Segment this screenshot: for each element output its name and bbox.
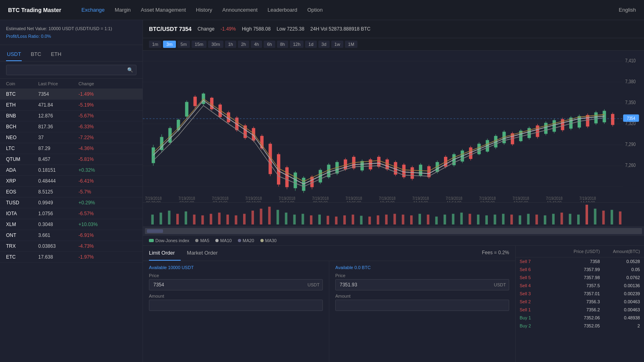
svg-rect-202 bbox=[535, 215, 538, 225]
svg-rect-118 bbox=[611, 114, 614, 125]
buy-label: Buy 2 bbox=[520, 323, 560, 328]
tab-limit-order[interactable]: Limit Order bbox=[149, 246, 181, 261]
ma-color-indicator bbox=[195, 239, 198, 242]
time-btn-12h[interactable]: 12h bbox=[290, 41, 303, 48]
coin-price: 0.48444 bbox=[38, 178, 78, 184]
coin-row-bch[interactable]: BCH817.36-6.33% bbox=[0, 121, 142, 132]
coin-table-header: Coin Last Price Change bbox=[0, 79, 142, 89]
tab-market-order[interactable]: Market Order bbox=[187, 246, 224, 261]
time-btn-4h[interactable]: 4h bbox=[251, 41, 262, 48]
coin-name: ONT bbox=[6, 232, 38, 238]
svg-rect-199 bbox=[510, 215, 513, 225]
search-input[interactable] bbox=[6, 65, 136, 75]
coin-row-qtum[interactable]: QTUM8.457-5.81% bbox=[0, 154, 142, 165]
sell-amount-input[interactable] bbox=[335, 300, 509, 311]
coin-tab-usdt[interactable]: USDT bbox=[6, 49, 22, 61]
ma-legend-item-ma20: MA20 bbox=[238, 238, 254, 243]
coin-change: -4.73% bbox=[78, 243, 119, 249]
sell-order-row[interactable]: Sell 27356.30.00463 bbox=[516, 298, 644, 306]
buy-price: 7352.05 bbox=[560, 323, 600, 328]
sell-order-row[interactable]: Sell 57357.980.0762 bbox=[516, 274, 644, 282]
time-btn-1w[interactable]: 1w bbox=[331, 41, 343, 48]
time-btn-15m[interactable]: 15m bbox=[192, 41, 206, 48]
coin-row-eos[interactable]: EOS8.5125-5.7% bbox=[0, 187, 142, 197]
coin-change: -6.57% bbox=[78, 211, 119, 216]
time-btn-6h[interactable]: 6h bbox=[264, 41, 275, 48]
sell-price-group: Price USDT bbox=[335, 273, 509, 290]
nav-item-asset-management[interactable]: Asset Management bbox=[141, 7, 186, 13]
svg-rect-193 bbox=[460, 213, 463, 225]
coin-row-btc[interactable]: BTC7354-1.49% bbox=[0, 89, 142, 100]
sell-order-row[interactable]: Sell 773580.0528 bbox=[516, 257, 644, 265]
coin-name: TUSD bbox=[6, 200, 38, 206]
scrollbar-handle[interactable] bbox=[147, 229, 163, 233]
coin-row-ada[interactable]: ADA0.18151+0.32% bbox=[0, 165, 142, 176]
sell-price-input[interactable] bbox=[335, 279, 509, 290]
buy-price-input[interactable] bbox=[149, 279, 323, 290]
coin-change: -5.81% bbox=[78, 156, 119, 162]
nav-item-leaderboard[interactable]: Leaderboard bbox=[268, 7, 297, 13]
time-btn-1d[interactable]: 1d bbox=[305, 41, 316, 48]
time-btn-30m[interactable]: 30m bbox=[208, 41, 223, 48]
time-btn-2h[interactable]: 2h bbox=[238, 41, 249, 48]
coin-tab-btc[interactable]: BTC bbox=[30, 49, 42, 61]
nav-item-history[interactable]: History bbox=[196, 7, 212, 13]
coin-name: QTUM bbox=[6, 156, 38, 162]
ma-color-indicator bbox=[149, 239, 154, 242]
chart-scrollbar[interactable] bbox=[143, 226, 644, 235]
buy-amount-input[interactable] bbox=[149, 300, 323, 311]
nav-item-announcement[interactable]: Announcement bbox=[222, 7, 257, 13]
time-btn-1h[interactable]: 1h bbox=[225, 41, 236, 48]
coin-currency-tabs: USDTBTCETH bbox=[0, 45, 142, 62]
coin-row-xlm[interactable]: XLM0.3048+10.03% bbox=[0, 219, 142, 230]
buy-available: Available 10000 USDT bbox=[149, 265, 323, 270]
coin-tab-eth[interactable]: ETH bbox=[50, 49, 62, 61]
sell-form: Available 0.0 BTC Price USDT Amount bbox=[329, 261, 515, 362]
nav-item-margin[interactable]: Margin bbox=[115, 7, 131, 13]
change-value: -1.49% bbox=[221, 26, 236, 32]
nav-item-exchange[interactable]: Exchange bbox=[81, 7, 105, 13]
coin-row-bnb[interactable]: BNB12.876-5.67% bbox=[0, 111, 142, 121]
ma-label: MA30 bbox=[265, 238, 277, 243]
svg-rect-182 bbox=[368, 216, 371, 224]
svg-rect-190 bbox=[435, 216, 438, 224]
nav-item-option[interactable]: Option bbox=[307, 7, 322, 13]
time-btn-5m[interactable]: 5m bbox=[178, 41, 190, 48]
coin-row-ont[interactable]: ONT3.661-6.91% bbox=[0, 230, 142, 241]
sell-price: 7358 bbox=[560, 259, 600, 264]
svg-rect-205 bbox=[561, 213, 563, 225]
coin-row-eth[interactable]: ETH471.84-5.19% bbox=[0, 100, 142, 111]
coin-price: 817.36 bbox=[38, 124, 78, 130]
buy-order-row[interactable]: Buy 17352.060.48938 bbox=[516, 314, 644, 322]
coin-row-xrp[interactable]: XRP0.48444-6.41% bbox=[0, 176, 142, 187]
buy-order-row[interactable]: Buy 27352.052 bbox=[516, 322, 644, 330]
coin-row-tusd[interactable]: TUSD0.9949+0.29% bbox=[0, 197, 142, 208]
time-btn-1m[interactable]: 1m bbox=[149, 41, 161, 48]
svg-rect-159 bbox=[176, 214, 179, 225]
svg-rect-210 bbox=[602, 211, 605, 224]
time-btn-8h[interactable]: 8h bbox=[277, 41, 288, 48]
coin-row-iota[interactable]: IOTA1.0756-6.57% bbox=[0, 208, 142, 219]
sell-amount: 0.00463 bbox=[600, 299, 640, 304]
coin-row-neo[interactable]: NEO37-7.22% bbox=[0, 132, 142, 143]
sell-price-label: Price bbox=[335, 273, 509, 278]
time-btn-1m[interactable]: 1M bbox=[345, 41, 357, 48]
time-btn-3m[interactable]: 3m bbox=[163, 41, 175, 48]
coin-change: +10.03% bbox=[78, 222, 119, 227]
language-selector[interactable]: English bbox=[619, 7, 636, 13]
coin-row-etc[interactable]: ETC17.638-1.97% bbox=[0, 252, 142, 263]
time-btn-3d[interactable]: 3d bbox=[318, 41, 330, 48]
svg-rect-116 bbox=[603, 111, 606, 123]
sell-order-row[interactable]: Sell 67357.990.05 bbox=[516, 265, 644, 274]
sell-order-row[interactable]: Sell 47357.50.00136 bbox=[516, 282, 644, 290]
coin-row-trx[interactable]: TRX0.03863-4.73% bbox=[0, 241, 142, 252]
profit-ratio: Profit/Loss Ratio: 0.0% bbox=[6, 33, 136, 40]
candlestick-chart[interactable]: 7/19/2018 06:30:00 7/19/2018 07:06:00 7/… bbox=[143, 51, 644, 202]
ma-legend-item-ma30: MA30 bbox=[260, 238, 277, 243]
sell-order-row[interactable]: Sell 17356.20.00463 bbox=[516, 306, 644, 314]
svg-rect-176 bbox=[318, 215, 321, 225]
svg-rect-191 bbox=[444, 215, 446, 225]
sell-order-row[interactable]: Sell 37357.010.00239 bbox=[516, 290, 644, 298]
coin-row-ltc[interactable]: LTC87.29-4.36% bbox=[0, 143, 142, 154]
ma-legend: Dow-Jones indexMA5MA10MA20MA30 bbox=[143, 235, 644, 245]
